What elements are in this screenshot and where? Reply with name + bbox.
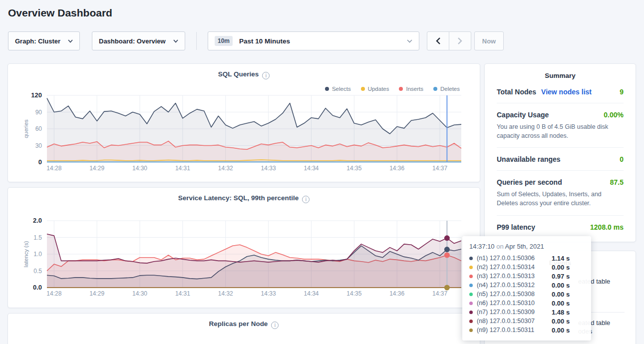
svg-text:14:32: 14:32 bbox=[218, 290, 233, 297]
p99-latency-row: P99 latency 1208.0 ms bbox=[497, 216, 624, 238]
svg-text:14:36: 14:36 bbox=[389, 165, 404, 172]
tooltip-row: (n1) 127.0.0.1:503061.14 s bbox=[469, 254, 584, 263]
svg-text:14:31: 14:31 bbox=[175, 290, 190, 297]
latency-card: Service Latency: SQL, 99th percentilei l… bbox=[7, 187, 480, 308]
chevron-down-icon bbox=[68, 39, 73, 43]
series-dot-icon bbox=[469, 311, 473, 314]
toolbar-divider bbox=[196, 32, 197, 50]
svg-text:14:33: 14:33 bbox=[261, 290, 276, 297]
time-range-label: Past 10 Minutes bbox=[239, 37, 290, 45]
dashboard-dropdown-label: Dashboard: Overview bbox=[99, 37, 166, 45]
sql-queries-chart[interactable]: 030609012014:2814:2914:3014:3114:3214:33… bbox=[8, 90, 481, 175]
tooltip-node-label: (n6) 127.0.0.1:50310 bbox=[477, 300, 552, 307]
sql-queries-card: SQL Queriesi SelectsUpdatesInsertsDelete… bbox=[7, 63, 480, 182]
svg-text:90: 90 bbox=[35, 109, 42, 116]
hover-dot bbox=[444, 253, 450, 258]
unavailable-ranges-label: Unavailable ranges bbox=[497, 155, 561, 163]
tooltip-row: (n4) 127.0.0.1:503120.00 s bbox=[469, 281, 584, 290]
tooltip-node-value: 1.48 s bbox=[552, 309, 570, 316]
svg-text:14:37: 14:37 bbox=[432, 165, 447, 172]
hover-dot bbox=[444, 247, 450, 252]
tooltip-node-label: (n8) 127.0.0.1:50307 bbox=[477, 318, 552, 325]
svg-text:14:30: 14:30 bbox=[132, 290, 147, 297]
y-axis-label: queries bbox=[23, 119, 29, 138]
total-nodes-value: 9 bbox=[620, 88, 624, 96]
svg-text:0: 0 bbox=[38, 158, 42, 166]
overview-dashboard-page: Overview Dashboard Graph: Cluster Dashbo… bbox=[0, 0, 644, 344]
queries-per-second-label: Queries per second bbox=[497, 178, 562, 186]
capacity-usage-value: 0.00% bbox=[604, 111, 624, 119]
tooltip-node-value: 0.00 s bbox=[552, 264, 570, 271]
p99-latency-value: 1208.0 ms bbox=[590, 223, 624, 231]
tooltip-row: (n9) 127.0.0.1:503110.00 s bbox=[469, 326, 584, 335]
series-dot-icon bbox=[469, 320, 473, 323]
svg-text:1.5: 1.5 bbox=[33, 234, 42, 241]
p99-latency-label: P99 latency bbox=[497, 223, 535, 231]
charts-column: SQL Queriesi SelectsUpdatesInsertsDelete… bbox=[7, 63, 480, 344]
time-next-button[interactable] bbox=[449, 32, 471, 50]
series-dot-icon bbox=[469, 257, 473, 260]
time-range-badge: 10m bbox=[215, 36, 233, 46]
tooltip-row: (n3) 127.0.0.1:503130.97 s bbox=[469, 272, 584, 281]
chevron-down-icon bbox=[407, 39, 412, 43]
time-prev-button[interactable] bbox=[427, 32, 449, 50]
time-range-picker[interactable]: 10m Past 10 Minutes bbox=[208, 31, 419, 50]
svg-text:14:29: 14:29 bbox=[89, 165, 104, 172]
svg-text:14:35: 14:35 bbox=[346, 290, 361, 297]
hover-dot bbox=[444, 285, 450, 291]
svg-text:60: 60 bbox=[35, 125, 42, 132]
tooltip-on: on bbox=[496, 243, 503, 250]
hover-dot bbox=[444, 235, 450, 241]
tooltip-node-label: (n7) 127.0.0.1:50309 bbox=[477, 309, 552, 316]
tooltip-node-value: 0.00 s bbox=[552, 291, 570, 298]
info-icon[interactable]: i bbox=[262, 72, 270, 79]
info-icon[interactable]: i bbox=[271, 322, 279, 329]
svg-text:1.0: 1.0 bbox=[33, 251, 42, 258]
tooltip-date: Apr 5th, 2021 bbox=[505, 243, 544, 250]
chevron-right-icon bbox=[457, 37, 463, 45]
y-axis-label: latency (s) bbox=[23, 241, 29, 267]
tooltip-node-value: 0.00 s bbox=[552, 300, 570, 307]
dashboard-dropdown[interactable]: Dashboard: Overview bbox=[92, 31, 185, 50]
tooltip-node-value: 0.00 s bbox=[552, 327, 570, 334]
chevron-down-icon bbox=[173, 39, 178, 43]
tooltip-node-label: (n5) 127.0.0.1:50308 bbox=[477, 291, 552, 298]
tooltip-row: (n7) 127.0.0.1:503091.48 s bbox=[469, 308, 584, 317]
total-nodes-label: Total Nodes bbox=[497, 88, 536, 96]
svg-text:14:34: 14:34 bbox=[304, 165, 319, 172]
chart-title: Service Latency: SQL, 99th percentile bbox=[178, 194, 299, 202]
series-dot-icon bbox=[469, 266, 473, 269]
svg-text:14:30: 14:30 bbox=[132, 165, 147, 172]
latency-chart[interactable]: 0.00.51.01.52.014:2814:2914:3014:3114:32… bbox=[8, 216, 481, 301]
tooltip-node-value: 0.97 s bbox=[552, 273, 570, 280]
tooltip-row: (n2) 127.0.0.1:503140.00 s bbox=[469, 263, 584, 272]
view-nodes-list-link[interactable]: View nodes list bbox=[541, 88, 592, 96]
tooltip-rows: (n1) 127.0.0.1:503061.14 s(n2) 127.0.0.1… bbox=[469, 254, 584, 335]
time-nav-group bbox=[427, 31, 471, 50]
series-dot-icon bbox=[469, 302, 473, 305]
tooltip-row: (n5) 127.0.0.1:503080.00 s bbox=[469, 290, 584, 299]
tooltip-node-value: 0.00 s bbox=[552, 282, 570, 289]
tooltip-row: (n8) 127.0.0.1:503070.00 s bbox=[469, 317, 584, 326]
info-icon[interactable]: i bbox=[302, 196, 310, 203]
svg-text:14:35: 14:35 bbox=[346, 165, 361, 172]
svg-text:2.0: 2.0 bbox=[33, 217, 42, 224]
chart-title: Replicas per Node bbox=[209, 320, 268, 328]
queries-per-second-value: 87.5 bbox=[610, 178, 624, 186]
svg-text:14:29: 14:29 bbox=[89, 290, 104, 297]
svg-text:14:33: 14:33 bbox=[261, 165, 276, 172]
total-nodes-row: Total Nodes View nodes list 9 bbox=[497, 80, 624, 103]
svg-text:30: 30 bbox=[35, 142, 42, 149]
now-button[interactable]: Now bbox=[474, 31, 504, 50]
svg-text:14:32: 14:32 bbox=[218, 165, 233, 172]
chevron-left-icon bbox=[435, 37, 441, 45]
graph-dropdown[interactable]: Graph: Cluster bbox=[8, 31, 80, 50]
chart-title: SQL Queries bbox=[218, 70, 259, 78]
svg-text:120: 120 bbox=[31, 91, 42, 99]
capacity-usage-description: You are using 0 B of 4.5 GiB usable disk… bbox=[497, 122, 624, 140]
tooltip-node-label: (n2) 127.0.0.1:50314 bbox=[477, 264, 552, 271]
unavailable-ranges-row: Unavailable ranges 0 bbox=[497, 148, 624, 171]
tooltip-node-value: 0.00 s bbox=[552, 318, 570, 325]
replicas-card: Replicas per Nodei bbox=[7, 313, 480, 344]
series-dot-icon bbox=[469, 275, 473, 278]
